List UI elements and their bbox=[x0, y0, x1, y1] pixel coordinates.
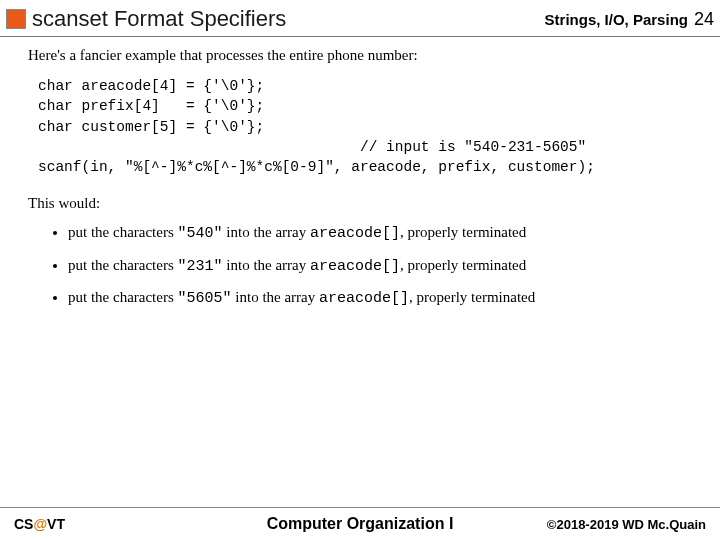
header-rule bbox=[0, 36, 720, 37]
bullet-list: put the characters "540" into the array … bbox=[68, 222, 692, 309]
bullet-text: into the array bbox=[232, 289, 319, 305]
slide-title: scanset Format Specifiers bbox=[32, 6, 545, 32]
code-line: char areacode[4] = {'\0'}; bbox=[38, 78, 264, 94]
accent-square-icon bbox=[6, 9, 26, 29]
after-text: This would: bbox=[28, 195, 692, 212]
bullet-array: areacode[] bbox=[310, 258, 400, 275]
list-item: put the characters "231" into the array … bbox=[68, 255, 692, 277]
slide: scanset Format Specifiers Strings, I/O, … bbox=[0, 0, 720, 540]
page-number: 24 bbox=[694, 9, 714, 30]
slide-body: Here's a fancier example that processes … bbox=[0, 47, 720, 309]
bullet-value: "540" bbox=[178, 225, 223, 242]
footer-org-post: VT bbox=[47, 516, 65, 532]
bullet-text: , properly terminated bbox=[400, 224, 526, 240]
list-item: put the characters "540" into the array … bbox=[68, 222, 692, 244]
slide-header: scanset Format Specifiers Strings, I/O, … bbox=[0, 0, 720, 36]
bullet-text: into the array bbox=[223, 224, 310, 240]
code-line: char prefix[4] = {'\0'}; bbox=[38, 98, 264, 114]
bullet-text: put the characters bbox=[68, 289, 178, 305]
intro-text: Here's a fancier example that processes … bbox=[28, 47, 692, 64]
bullet-value: "5605" bbox=[178, 290, 232, 307]
slide-footer: CS@VT Computer Organization I ©2018-2019… bbox=[0, 516, 720, 532]
code-line: // input is "540-231-5605" bbox=[38, 139, 586, 155]
bullet-text: , properly terminated bbox=[400, 257, 526, 273]
footer-org-pre: CS bbox=[14, 516, 33, 532]
chapter-label: Strings, I/O, Parsing bbox=[545, 11, 688, 28]
footer-rule bbox=[0, 507, 720, 508]
bullet-text: into the array bbox=[223, 257, 310, 273]
bullet-text: , properly terminated bbox=[409, 289, 535, 305]
code-line: char customer[5] = {'\0'}; bbox=[38, 119, 264, 135]
bullet-value: "231" bbox=[178, 258, 223, 275]
bullet-array: areacode[] bbox=[319, 290, 409, 307]
bullet-array: areacode[] bbox=[310, 225, 400, 242]
list-item: put the characters "5605" into the array… bbox=[68, 287, 692, 309]
bullet-text: put the characters bbox=[68, 257, 178, 273]
footer-left: CS@VT bbox=[14, 516, 65, 532]
code-line: scanf(in, "%[^-]%*c%[^-]%*c%[0-9]", area… bbox=[38, 159, 595, 175]
code-block: char areacode[4] = {'\0'}; char prefix[4… bbox=[38, 76, 692, 177]
footer-copyright: ©2018-2019 WD Mc.Quain bbox=[547, 517, 706, 532]
footer-at-icon: @ bbox=[33, 516, 47, 532]
bullet-text: put the characters bbox=[68, 224, 178, 240]
